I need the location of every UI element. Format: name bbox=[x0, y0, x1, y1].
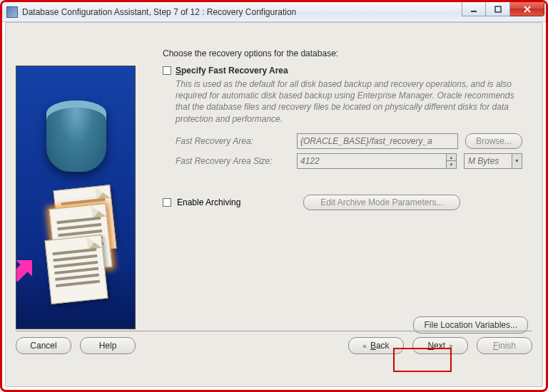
instruction-text: Choose the recovery options for the data… bbox=[148, 48, 532, 58]
document-icon bbox=[45, 234, 108, 304]
chevron-right-icon: » bbox=[449, 342, 453, 350]
window-title: Database Configuration Assistant, Step 7… bbox=[22, 7, 296, 17]
title-bar[interactable]: Database Configuration Assistant, Step 7… bbox=[2, 2, 546, 22]
specify-fra-row: Specify Fast Recovery Area bbox=[163, 66, 532, 76]
cancel-button[interactable]: Cancel bbox=[16, 337, 71, 354]
annotation-border: Database Configuration Assistant, Step 7… bbox=[0, 0, 548, 392]
wizard-footer: Cancel Help « Back Next » Finish bbox=[16, 331, 532, 376]
fra-size-row: Fast Recovery Area Size: 4122 ▲ ▼ M Byte… bbox=[176, 153, 522, 169]
fra-size-stepper[interactable]: ▲ ▼ bbox=[446, 154, 456, 168]
fra-size-label: Fast Recovery Area Size: bbox=[176, 156, 290, 166]
app-icon bbox=[6, 6, 18, 18]
back-button[interactable]: « Back bbox=[348, 337, 404, 354]
fra-path-input[interactable]: {ORACLE_BASE}/fast_recovery_a bbox=[297, 133, 458, 149]
chevron-down-icon[interactable]: ▼ bbox=[512, 154, 522, 168]
close-button[interactable] bbox=[510, 2, 544, 16]
database-cylinder-icon bbox=[46, 100, 106, 172]
fra-path-label: Fast Recovery Area: bbox=[176, 136, 290, 146]
step-up-icon[interactable]: ▲ bbox=[447, 154, 456, 161]
arrow-icon bbox=[16, 244, 48, 276]
fra-size-input[interactable]: 4122 ▲ ▼ bbox=[297, 153, 457, 169]
specify-fra-label[interactable]: Specify Fast Recovery Area bbox=[176, 66, 288, 76]
svg-rect-1 bbox=[495, 6, 501, 12]
divider bbox=[16, 331, 532, 331]
fra-path-row: Fast Recovery Area: {ORACLE_BASE}/fast_r… bbox=[176, 133, 522, 149]
archiving-row: Enable Archiving Edit Archive Mode Param… bbox=[163, 195, 532, 210]
form-area: Choose the recovery options for the data… bbox=[148, 48, 532, 321]
wizard-illustration bbox=[16, 66, 136, 329]
enable-archiving-checkbox[interactable] bbox=[163, 198, 171, 207]
client-area: Choose the recovery options for the data… bbox=[5, 22, 543, 387]
fra-description: This is used as the default for all disk… bbox=[176, 78, 518, 125]
fra-size-unit-select[interactable]: M Bytes ▼ bbox=[464, 153, 522, 169]
edit-archive-params-button[interactable]: Edit Archive Mode Parameters... bbox=[303, 195, 460, 210]
svg-rect-0 bbox=[471, 11, 477, 12]
help-button[interactable]: Help bbox=[80, 337, 136, 354]
next-button[interactable]: Next » bbox=[412, 337, 468, 354]
chevron-left-icon: « bbox=[362, 342, 367, 350]
minimize-button[interactable] bbox=[462, 2, 486, 16]
specify-fra-checkbox[interactable] bbox=[163, 66, 171, 75]
enable-archiving-label[interactable]: Enable Archiving bbox=[177, 197, 240, 207]
maximize-button[interactable] bbox=[486, 2, 510, 16]
window-controls bbox=[462, 2, 544, 16]
step-down-icon[interactable]: ▼ bbox=[447, 160, 456, 168]
browse-button[interactable]: Browse... bbox=[465, 133, 522, 149]
finish-button[interactable]: Finish bbox=[477, 337, 532, 354]
